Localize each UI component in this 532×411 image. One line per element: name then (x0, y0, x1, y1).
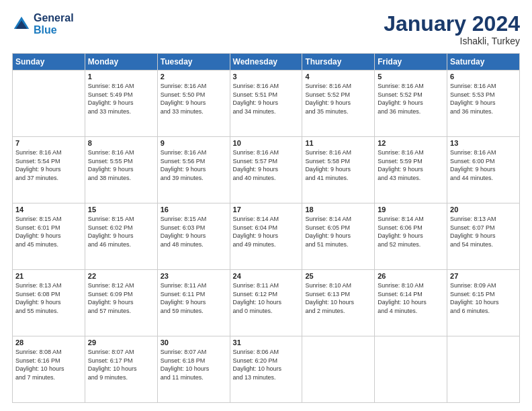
day-cell: 9Sunrise: 8:16 AM Sunset: 5:56 PM Daylig… (157, 137, 230, 203)
day-cell: 27Sunrise: 8:09 AM Sunset: 6:15 PM Dayli… (447, 270, 520, 336)
day-info: Sunrise: 8:10 AM Sunset: 6:13 PM Dayligh… (305, 281, 371, 315)
day-cell: 24Sunrise: 8:11 AM Sunset: 6:12 PM Dayli… (230, 270, 302, 336)
day-info: Sunrise: 8:16 AM Sunset: 5:54 PM Dayligh… (15, 148, 82, 182)
day-number: 3 (233, 73, 300, 81)
day-info: Sunrise: 8:08 AM Sunset: 6:16 PM Dayligh… (15, 348, 82, 381)
logo-icon (12, 15, 31, 34)
day-cell: 19Sunrise: 8:14 AM Sunset: 6:06 PM Dayli… (375, 203, 447, 270)
day-info: Sunrise: 8:14 AM Sunset: 6:05 PM Dayligh… (305, 215, 371, 248)
day-info: Sunrise: 8:16 AM Sunset: 5:55 PM Dayligh… (88, 148, 154, 182)
day-cell: 30Sunrise: 8:07 AM Sunset: 6:18 PM Dayli… (157, 336, 230, 403)
day-info: Sunrise: 8:15 AM Sunset: 6:02 PM Dayligh… (88, 215, 154, 248)
day-info: Sunrise: 8:16 AM Sunset: 5:52 PM Dayligh… (378, 82, 444, 116)
day-number: 23 (161, 272, 227, 280)
day-info: Sunrise: 8:13 AM Sunset: 6:08 PM Dayligh… (15, 281, 82, 315)
day-info: Sunrise: 8:16 AM Sunset: 5:56 PM Dayligh… (161, 148, 227, 182)
day-cell: 10Sunrise: 8:16 AM Sunset: 5:57 PM Dayli… (230, 137, 302, 203)
day-number: 21 (15, 272, 82, 280)
day-info: Sunrise: 8:16 AM Sunset: 5:59 PM Dayligh… (378, 148, 444, 182)
day-cell: 5Sunrise: 8:16 AM Sunset: 5:52 PM Daylig… (375, 71, 447, 137)
day-number: 19 (378, 205, 444, 214)
day-info: Sunrise: 8:07 AM Sunset: 6:17 PM Dayligh… (88, 348, 154, 381)
day-number: 10 (233, 139, 300, 147)
day-number: 14 (15, 205, 82, 214)
day-info: Sunrise: 8:16 AM Sunset: 5:58 PM Dayligh… (305, 148, 371, 182)
day-info: Sunrise: 8:14 AM Sunset: 6:06 PM Dayligh… (378, 215, 444, 248)
week-row-5: 28Sunrise: 8:08 AM Sunset: 6:16 PM Dayli… (13, 336, 520, 403)
day-cell: 8Sunrise: 8:16 AM Sunset: 5:55 PM Daylig… (85, 137, 157, 203)
col-header-friday: Friday (375, 54, 447, 71)
day-cell: 20Sunrise: 8:13 AM Sunset: 6:07 PM Dayli… (447, 203, 520, 270)
day-number: 15 (88, 205, 154, 214)
day-number: 26 (378, 272, 444, 280)
day-info: Sunrise: 8:09 AM Sunset: 6:15 PM Dayligh… (450, 281, 517, 315)
day-cell: 11Sunrise: 8:16 AM Sunset: 5:58 PM Dayli… (302, 137, 375, 203)
day-number: 4 (305, 73, 371, 81)
day-cell: 28Sunrise: 8:08 AM Sunset: 6:16 PM Dayli… (13, 336, 85, 403)
day-info: Sunrise: 8:16 AM Sunset: 5:57 PM Dayligh… (233, 148, 300, 182)
day-number: 9 (161, 139, 227, 147)
logo-text: General Blue (34, 12, 74, 36)
col-header-tuesday: Tuesday (157, 54, 230, 71)
day-cell: 26Sunrise: 8:10 AM Sunset: 6:14 PM Dayli… (375, 270, 447, 336)
week-row-4: 21Sunrise: 8:13 AM Sunset: 6:08 PM Dayli… (13, 270, 520, 336)
day-number: 8 (88, 139, 154, 147)
day-number: 5 (378, 73, 444, 81)
day-number: 25 (305, 272, 371, 280)
day-number: 16 (161, 205, 227, 214)
day-number: 1 (88, 73, 154, 81)
day-info: Sunrise: 8:15 AM Sunset: 6:03 PM Dayligh… (161, 215, 227, 248)
day-cell (13, 71, 85, 137)
day-info: Sunrise: 8:16 AM Sunset: 5:52 PM Dayligh… (305, 82, 371, 116)
day-cell: 23Sunrise: 8:11 AM Sunset: 6:11 PM Dayli… (157, 270, 230, 336)
month-title: January 2024 (384, 12, 520, 36)
day-cell: 16Sunrise: 8:15 AM Sunset: 6:03 PM Dayli… (157, 203, 230, 270)
day-info: Sunrise: 8:11 AM Sunset: 6:12 PM Dayligh… (233, 281, 300, 315)
day-info: Sunrise: 8:10 AM Sunset: 6:14 PM Dayligh… (378, 281, 444, 315)
calendar-table: SundayMondayTuesdayWednesdayThursdayFrid… (12, 53, 520, 403)
day-cell (447, 336, 520, 403)
day-info: Sunrise: 8:11 AM Sunset: 6:11 PM Dayligh… (161, 281, 227, 315)
day-number: 17 (233, 205, 300, 214)
day-info: Sunrise: 8:15 AM Sunset: 6:01 PM Dayligh… (15, 215, 82, 248)
week-row-3: 14Sunrise: 8:15 AM Sunset: 6:01 PM Dayli… (13, 203, 520, 270)
day-cell: 6Sunrise: 8:16 AM Sunset: 5:53 PM Daylig… (447, 71, 520, 137)
col-header-sunday: Sunday (13, 54, 85, 71)
day-cell: 2Sunrise: 8:16 AM Sunset: 5:50 PM Daylig… (157, 71, 230, 137)
day-cell: 4Sunrise: 8:16 AM Sunset: 5:52 PM Daylig… (302, 71, 375, 137)
day-cell: 13Sunrise: 8:16 AM Sunset: 6:00 PM Dayli… (447, 137, 520, 203)
day-cell: 21Sunrise: 8:13 AM Sunset: 6:08 PM Dayli… (13, 270, 85, 336)
col-header-thursday: Thursday (302, 54, 375, 71)
day-cell: 18Sunrise: 8:14 AM Sunset: 6:05 PM Dayli… (302, 203, 375, 270)
day-number: 22 (88, 272, 154, 280)
day-cell (375, 336, 447, 403)
title-block: January 2024 Ishakli, Turkey (384, 12, 520, 46)
col-header-saturday: Saturday (447, 54, 520, 71)
day-cell: 12Sunrise: 8:16 AM Sunset: 5:59 PM Dayli… (375, 137, 447, 203)
logo: General Blue (12, 12, 74, 36)
week-row-1: 1Sunrise: 8:16 AM Sunset: 5:49 PM Daylig… (13, 71, 520, 137)
day-cell: 17Sunrise: 8:14 AM Sunset: 6:04 PM Dayli… (230, 203, 302, 270)
day-info: Sunrise: 8:16 AM Sunset: 5:50 PM Dayligh… (161, 82, 227, 116)
day-cell: 14Sunrise: 8:15 AM Sunset: 6:01 PM Dayli… (13, 203, 85, 270)
day-info: Sunrise: 8:12 AM Sunset: 6:09 PM Dayligh… (88, 281, 154, 315)
day-cell: 7Sunrise: 8:16 AM Sunset: 5:54 PM Daylig… (13, 137, 85, 203)
day-info: Sunrise: 8:16 AM Sunset: 5:49 PM Dayligh… (88, 82, 154, 116)
week-row-2: 7Sunrise: 8:16 AM Sunset: 5:54 PM Daylig… (13, 137, 520, 203)
subtitle: Ishakli, Turkey (384, 36, 520, 46)
page: General Blue January 2024 Ishakli, Turke… (0, 0, 532, 411)
day-info: Sunrise: 8:16 AM Sunset: 6:00 PM Dayligh… (450, 148, 517, 182)
col-header-wednesday: Wednesday (230, 54, 302, 71)
day-number: 31 (233, 338, 300, 347)
day-number: 18 (305, 205, 371, 214)
day-number: 30 (161, 338, 227, 347)
day-number: 12 (378, 139, 444, 147)
day-number: 11 (305, 139, 371, 147)
day-cell: 29Sunrise: 8:07 AM Sunset: 6:17 PM Dayli… (85, 336, 157, 403)
day-number: 20 (450, 205, 517, 214)
day-number: 27 (450, 272, 517, 280)
day-info: Sunrise: 8:13 AM Sunset: 6:07 PM Dayligh… (450, 215, 517, 248)
day-info: Sunrise: 8:07 AM Sunset: 6:18 PM Dayligh… (161, 348, 227, 381)
day-cell: 15Sunrise: 8:15 AM Sunset: 6:02 PM Dayli… (85, 203, 157, 270)
day-info: Sunrise: 8:06 AM Sunset: 6:20 PM Dayligh… (233, 348, 300, 381)
